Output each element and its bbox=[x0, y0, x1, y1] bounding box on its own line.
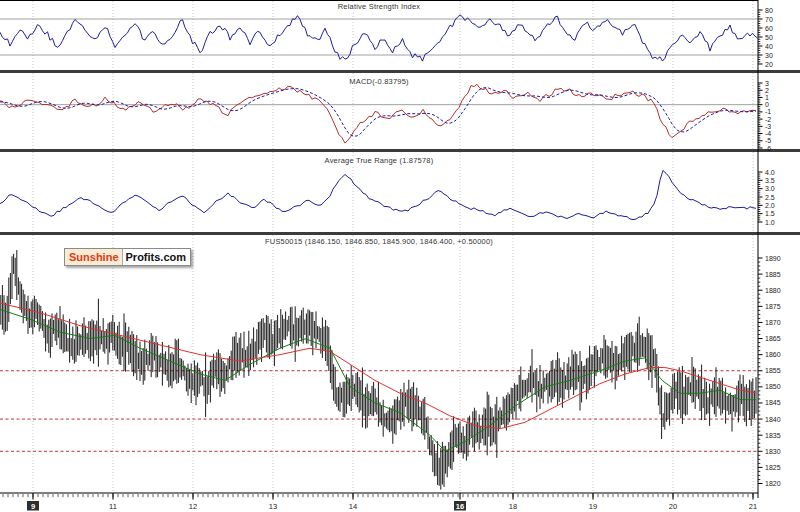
y-tick-label: 1820 bbox=[765, 480, 781, 487]
x-tick-label: 16 bbox=[456, 502, 464, 511]
y-tick-label: -6 bbox=[765, 145, 771, 152]
y-tick-label: 70 bbox=[765, 16, 773, 23]
bottom-time-axis: 9111213141618192021 bbox=[0, 493, 758, 511]
right-price-axis: 807060504030203210-1-2-3-4-5-64.03.53.02… bbox=[758, 0, 781, 498]
y-tick-label: 50 bbox=[765, 34, 773, 41]
y-tick-label: 1860 bbox=[765, 351, 781, 358]
y-tick-label: 80 bbox=[765, 7, 773, 14]
y-tick-label: 2 bbox=[765, 87, 769, 94]
y-tick-label: 1830 bbox=[765, 448, 781, 455]
y-tick-label: 20 bbox=[765, 61, 773, 68]
x-tick-label: 11 bbox=[109, 502, 117, 511]
y-tick-label: 3.0 bbox=[765, 185, 775, 192]
multi-panel-stock-chart: 807060504030203210-1-2-3-4-5-64.03.53.02… bbox=[0, 0, 800, 512]
y-tick-label: 3 bbox=[765, 80, 769, 87]
y-tick-label: -5 bbox=[765, 137, 771, 144]
y-tick-label: 1880 bbox=[765, 287, 781, 294]
x-tick-label: 21 bbox=[749, 502, 757, 511]
x-tick-label: 14 bbox=[349, 502, 357, 511]
y-tick-label: 1855 bbox=[765, 367, 781, 374]
rsi-line bbox=[0, 15, 758, 61]
panel-separator bbox=[0, 232, 800, 235]
y-tick-label: -1 bbox=[765, 108, 771, 115]
y-tick-label: 4.0 bbox=[765, 169, 775, 176]
x-tick-label: 12 bbox=[189, 502, 197, 511]
y-tick-label: 40 bbox=[765, 43, 773, 50]
panel-separator bbox=[0, 70, 800, 73]
y-tick-label: 1850 bbox=[765, 383, 781, 390]
macd-line bbox=[0, 84, 756, 143]
x-tick-label: 19 bbox=[589, 502, 597, 511]
y-tick-label: 3.5 bbox=[765, 177, 775, 184]
y-tick-label: 1875 bbox=[765, 303, 781, 310]
y-tick-label: 60 bbox=[765, 25, 773, 32]
y-tick-label: 2.5 bbox=[765, 194, 775, 201]
sunshineprofits-logo: Sunshine Profits.com bbox=[64, 248, 191, 266]
y-tick-label: 1835 bbox=[765, 432, 781, 439]
y-tick-label: 1885 bbox=[765, 271, 781, 278]
y-tick-label: 2.0 bbox=[765, 202, 775, 209]
y-tick-label: 1870 bbox=[765, 319, 781, 326]
y-tick-label: -4 bbox=[765, 130, 771, 137]
y-tick-label: 1865 bbox=[765, 335, 781, 342]
x-tick-label: 9 bbox=[31, 502, 35, 511]
y-tick-label: 1825 bbox=[765, 464, 781, 471]
price-panel bbox=[0, 250, 758, 490]
logo-sunshine-text: Sunshine bbox=[65, 249, 122, 265]
rsi-panel bbox=[0, 15, 758, 61]
y-tick-label: 1845 bbox=[765, 399, 781, 406]
y-tick-label: 1 bbox=[765, 94, 769, 101]
panel-separator bbox=[0, 149, 800, 152]
x-tick-label: 20 bbox=[669, 502, 677, 511]
y-tick-label: -2 bbox=[765, 116, 771, 123]
y-tick-label: -3 bbox=[765, 123, 771, 130]
y-tick-label: 1840 bbox=[765, 416, 781, 423]
y-tick-label: 1890 bbox=[765, 255, 781, 262]
y-tick-label: 0 bbox=[765, 101, 769, 108]
x-tick-label: 13 bbox=[269, 502, 277, 511]
y-tick-label: 30 bbox=[765, 52, 773, 59]
macd-panel bbox=[0, 84, 758, 143]
x-tick-label: 18 bbox=[509, 502, 517, 511]
y-tick-label: 1.5 bbox=[765, 210, 775, 217]
y-tick-label: 1.0 bbox=[765, 219, 775, 226]
logo-profits-text: Profits.com bbox=[122, 249, 191, 265]
